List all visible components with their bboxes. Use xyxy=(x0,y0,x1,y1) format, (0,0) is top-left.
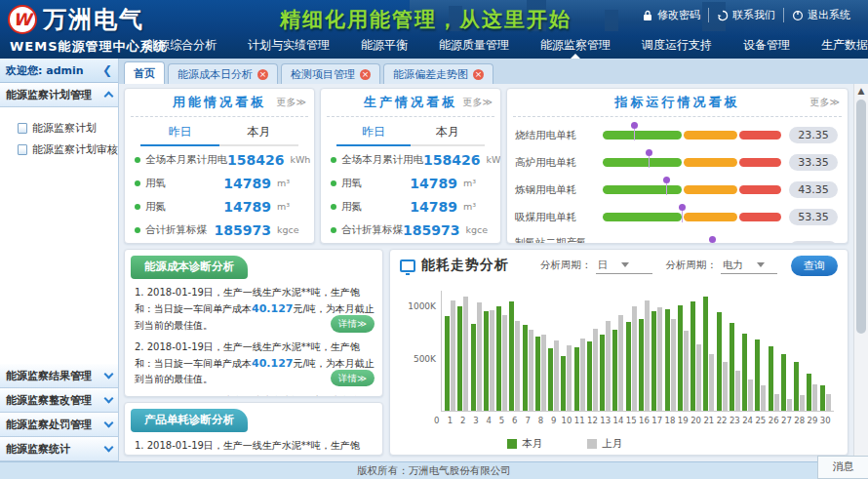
bar-group: 3 xyxy=(471,291,482,411)
nav-energy-supervision[interactable]: 能源监察管理 xyxy=(540,37,611,54)
x-tick-label: 19 xyxy=(678,416,689,425)
bar-previous-month xyxy=(723,362,728,411)
bar-current-month xyxy=(561,356,566,411)
bar-current-month xyxy=(496,306,501,411)
bar-group: 11 xyxy=(574,291,585,411)
bullet-icon xyxy=(135,227,140,233)
nav-energy-analysis[interactable]: 能源综合分析 xyxy=(146,37,217,54)
nav-energy-quality[interactable]: 能源质量管理 xyxy=(439,37,509,54)
x-tick-label: 10 xyxy=(561,416,572,425)
panel-badge-title: 产品单耗诊断分析 xyxy=(131,409,248,432)
tab-home[interactable]: 首页 xyxy=(124,61,165,84)
item-highlight: 40.127 xyxy=(252,302,293,315)
message-tray-button[interactable]: 消息 xyxy=(817,456,868,479)
period-dropdown[interactable]: 日 xyxy=(596,258,652,274)
x-tick-label: 9 xyxy=(551,416,556,425)
metric-value: 14789 xyxy=(223,199,271,215)
sidebar-section-plan-management[interactable]: 能源监察计划管理 xyxy=(0,83,118,107)
bar-group: 30 xyxy=(820,291,831,411)
slogan: 精细化用能管理，从这里开始 xyxy=(280,6,572,33)
bar-previous-month xyxy=(463,297,468,411)
logo: W 万洲电气 xyxy=(8,4,144,35)
scroll-up-icon[interactable]: ▲ xyxy=(854,84,868,98)
sidebar-item-supervision-plan[interactable]: 能源监察计划 xyxy=(18,117,118,139)
detail-button[interactable]: 详情≫ xyxy=(331,370,375,386)
bar-group: 22 xyxy=(717,291,728,411)
x-tick-label: 29 xyxy=(808,416,818,425)
main-nav: 能源综合分析 计划与实绩管理 能源平衡 能源质量管理 能源监察管理 调度运行支持… xyxy=(146,37,868,54)
x-tick-label: 18 xyxy=(665,416,676,425)
tab-deviation-trend[interactable]: 能源偏差走势图× xyxy=(383,63,493,84)
bar-previous-month xyxy=(645,300,650,411)
x-tick-label: 8 xyxy=(538,416,543,425)
tab-yesterday[interactable]: 昨日 xyxy=(336,124,411,146)
bar-current-month xyxy=(548,348,553,411)
more-link[interactable]: 更多≫ xyxy=(277,96,306,109)
logout-link[interactable]: 退出系统 xyxy=(783,8,858,22)
vertical-scrollbar[interactable]: ▲ xyxy=(853,84,868,461)
nav-energy-balance[interactable]: 能源平衡 xyxy=(361,37,408,54)
gauge-label: 炼钢用电单耗 xyxy=(515,183,595,196)
nav-production-entry[interactable]: 生产数据录入 xyxy=(821,37,868,54)
bar-previous-month xyxy=(826,394,831,411)
scrollbar-thumb[interactable] xyxy=(856,100,866,334)
sidebar-menu: 能源监察计划 能源监察计划审核 xyxy=(0,107,118,364)
bar-group: 23 xyxy=(730,291,740,411)
gauge-bar xyxy=(603,131,781,140)
bar-previous-month xyxy=(735,371,740,411)
more-link[interactable]: 更多≫ xyxy=(810,96,840,109)
tab-this-month[interactable]: 本月 xyxy=(411,124,485,146)
metric-unit: m³ xyxy=(463,201,493,212)
nav-equipment[interactable]: 设备管理 xyxy=(743,37,790,54)
sidebar-item-supervision-plan-review[interactable]: 能源监察计划审核 xyxy=(18,139,118,160)
bullet-icon xyxy=(331,157,336,163)
gauge-row: 烧结用电单耗 23.35 xyxy=(515,127,838,143)
diagnosis-item: 1. 2018-01-19日，生产一线生产水泥**吨，生产饱和：当日旋一车间单产… xyxy=(135,438,375,456)
bar-group: 5 xyxy=(496,291,507,411)
detail-button[interactable]: 详情≫ xyxy=(331,315,375,332)
close-icon[interactable]: × xyxy=(360,69,371,80)
nav-dispatch-support[interactable]: 调度运行支持 xyxy=(642,37,712,54)
tab-test-project-management[interactable]: 检测项目管理× xyxy=(281,63,380,84)
y-tick-label: 500K xyxy=(414,354,436,364)
period-label: 分析周期： xyxy=(540,259,592,272)
tab-yesterday[interactable]: 昨日 xyxy=(140,124,219,146)
change-password-link[interactable]: 修改密码 xyxy=(634,8,708,22)
bar-group: 25 xyxy=(755,291,766,411)
more-link[interactable]: 更多≫ xyxy=(463,96,493,109)
document-icon xyxy=(18,144,27,155)
tab-cost-daily-analysis[interactable]: 能源成本日分析× xyxy=(168,63,278,84)
footer: 版权所有：万洲电气股份有限公司 xyxy=(0,461,868,479)
diagnosis-item: 1. 2018-01-19日，生产一线生产水泥**吨，生产饱和：当日旋一车间单产… xyxy=(135,285,375,334)
metric-row: 合计折算标煤185973kgce xyxy=(321,220,500,240)
sidebar-collapse-icon[interactable]: ❮ xyxy=(102,63,112,77)
legend-swatch-icon xyxy=(507,439,517,449)
x-tick-label: 30 xyxy=(820,416,831,425)
close-icon[interactable]: × xyxy=(473,69,484,80)
metric-label: 用氧 xyxy=(341,177,410,190)
sidebar-section-punishment[interactable]: 能源监察处罚管理 xyxy=(0,413,118,437)
metric-value: 158426 xyxy=(227,152,284,168)
nav-plan-performance[interactable]: 计划与实绩管理 xyxy=(248,37,330,54)
energy-type-dropdown[interactable]: 电力 xyxy=(721,258,777,274)
close-icon[interactable]: × xyxy=(257,69,268,80)
tab-this-month[interactable]: 本月 xyxy=(219,124,298,146)
cost-diagnosis-panel: 能源成本诊断分析 1. 2018-01-19日，生产一线生产水泥**吨，生产饱和… xyxy=(124,249,383,397)
metric-label: 合计折算标煤 xyxy=(145,223,215,237)
bar-current-month xyxy=(484,311,489,411)
contact-us-link[interactable]: 联系我们 xyxy=(708,8,783,22)
sidebar-section-statistics[interactable]: 能源监察统计 xyxy=(0,437,118,461)
bar-current-month xyxy=(445,316,450,411)
bar-group: 29 xyxy=(807,291,817,411)
metric-label: 用氮 xyxy=(341,200,410,214)
panel-badge-title: 能源成本诊断分析 xyxy=(131,256,248,279)
bar-previous-month xyxy=(593,329,598,411)
energy-usage-board: 用能情况看板 更多≫ 昨日 本月 全场本月累计用电158426kWh 用氧147… xyxy=(124,88,315,244)
type-label: 分析周期： xyxy=(666,259,718,272)
bar-current-month xyxy=(717,312,722,411)
query-button[interactable]: 查询 xyxy=(791,256,838,276)
metric-row: 用氮14789m³ xyxy=(125,196,314,217)
item-number: 2. xyxy=(135,341,144,352)
sidebar-section-results[interactable]: 能源监察结果管理 xyxy=(0,364,118,388)
sidebar-section-rectification[interactable]: 能源监察整改管理 xyxy=(0,388,118,413)
